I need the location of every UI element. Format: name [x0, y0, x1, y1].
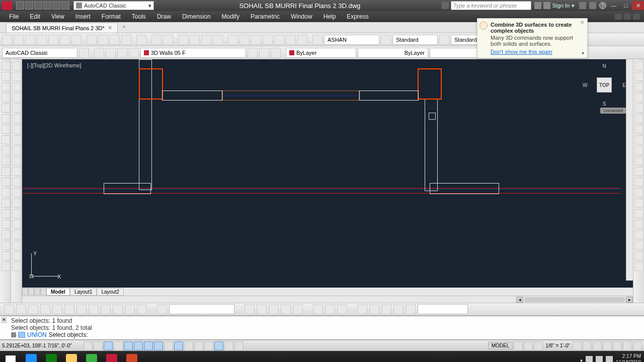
hidden-icon[interactable]	[257, 304, 267, 314]
quickview-drawings-icon[interactable]	[524, 341, 533, 350]
view-cube[interactable]: N S E W TOP Unnamed	[583, 63, 626, 107]
tab-next-icon[interactable]	[34, 288, 40, 295]
help-icon[interactable]: ?	[599, 2, 606, 9]
realistic-icon[interactable]	[269, 304, 279, 314]
copy-icon[interactable]	[98, 35, 108, 45]
qat-new-icon[interactable]	[16, 2, 24, 10]
cmd-customize-icon[interactable]	[11, 332, 16, 337]
trim-icon[interactable]	[634, 156, 643, 165]
new-icon[interactable]	[2, 35, 12, 45]
menu-modify[interactable]: Modify	[217, 12, 245, 21]
block-icon[interactable]	[1, 188, 10, 197]
anno-scale[interactable]: 1/8" = 1'-0"	[544, 343, 572, 348]
isolate-icon[interactable]	[613, 341, 622, 350]
tool-icon[interactable]	[12, 114, 21, 123]
scroll-right-icon[interactable]: ▸	[626, 297, 633, 303]
ucs-prev-icon[interactable]	[381, 304, 391, 314]
freeorbit-icon[interactable]	[325, 304, 335, 314]
mtext-icon[interactable]	[1, 251, 10, 260]
tool-icon[interactable]	[12, 262, 21, 271]
ucs-face-icon[interactable]	[393, 304, 404, 314]
right-icon[interactable]	[52, 304, 62, 314]
2dwire-icon[interactable]	[245, 304, 255, 314]
ws-switch-icon[interactable]	[593, 341, 602, 350]
region-icon[interactable]	[1, 230, 10, 239]
command-window[interactable]: ✕ Select objects: 1 found Select objects…	[0, 316, 644, 340]
shaded-icon[interactable]	[293, 304, 303, 314]
scroll-left-icon[interactable]: ◂	[516, 297, 523, 303]
tool-icon[interactable]	[12, 251, 21, 260]
taskbar-explorer[interactable]	[61, 352, 82, 362]
polygon-icon[interactable]	[1, 93, 10, 102]
ellipse-icon[interactable]	[1, 156, 10, 165]
customize-status-icon[interactable]	[633, 341, 642, 350]
workspace-selector[interactable]: AutoCAD Classic ▾	[73, 1, 154, 10]
conceptual-icon[interactable]	[281, 304, 291, 314]
tool-icon[interactable]	[12, 167, 21, 176]
doc-minimize-icon[interactable]	[615, 14, 622, 20]
tip-expand-icon[interactable]: ▾	[582, 50, 584, 56]
spline-icon[interactable]	[1, 146, 10, 155]
sheetset-icon[interactable]	[263, 35, 273, 45]
tip-link[interactable]: Don't show me this again	[491, 49, 583, 55]
textstyle-icon[interactable]	[312, 35, 323, 45]
menu-draw[interactable]: Draw	[152, 12, 176, 21]
quickview-layouts-icon[interactable]	[514, 341, 523, 350]
ellipsearc-icon[interactable]	[1, 167, 10, 176]
close-button[interactable]: ✕	[632, 1, 644, 10]
start-button[interactable]	[0, 352, 21, 362]
explode-icon[interactable]	[634, 220, 643, 229]
taskbar-clock[interactable]: 2:17 PM 11/18/2019	[616, 353, 641, 362]
nw-iso-icon[interactable]	[125, 304, 135, 314]
menu-help[interactable]: Help	[318, 12, 341, 21]
orbit-icon[interactable]	[313, 304, 323, 314]
markup-icon[interactable]	[274, 35, 284, 45]
gradient-icon[interactable]	[1, 220, 10, 229]
layermgr-icon[interactable]	[94, 48, 104, 58]
app-switch-icon[interactable]	[534, 2, 541, 9]
exchange-icon[interactable]	[579, 2, 586, 9]
dyn-icon[interactable]	[174, 341, 183, 350]
preview-icon[interactable]	[48, 35, 58, 45]
annoauto-icon[interactable]	[583, 341, 592, 350]
tool-icon[interactable]	[12, 209, 21, 218]
undo-icon[interactable]	[151, 35, 162, 45]
lwt-icon[interactable]	[184, 341, 193, 350]
3dosnap-icon[interactable]	[144, 341, 153, 350]
tb-icon[interactable]	[234, 341, 244, 350]
annovis-icon[interactable]	[573, 341, 582, 350]
tray-network-icon[interactable]	[596, 356, 603, 362]
designcenter-icon[interactable]	[239, 35, 250, 45]
copy2-icon[interactable]	[634, 72, 643, 81]
bottom-icon[interactable]	[28, 304, 38, 314]
cut-icon[interactable]	[87, 35, 97, 45]
account-area[interactable]: Sign In ▾	[534, 2, 575, 9]
top-icon[interactable]	[16, 304, 26, 314]
zoom-realtime-icon[interactable]	[190, 35, 200, 45]
addselected-icon[interactable]	[1, 262, 10, 271]
tip-close-icon[interactable]: ✕	[579, 20, 585, 26]
cmd-close-icon[interactable]: ✕	[1, 317, 7, 323]
tool-icon[interactable]	[12, 177, 21, 187]
am-icon[interactable]	[224, 341, 233, 350]
ucs-world-icon[interactable]	[369, 304, 379, 314]
table-icon[interactable]	[1, 241, 10, 250]
menu-insert[interactable]: Insert	[70, 12, 96, 21]
break-icon[interactable]	[634, 177, 643, 187]
back-icon[interactable]	[76, 304, 87, 314]
tool-icon[interactable]	[12, 135, 21, 144]
tool-icon[interactable]	[12, 220, 21, 229]
cmd-prompt[interactable]: UNION Select objects:	[2, 331, 642, 338]
hardware-icon[interactable]	[603, 341, 612, 350]
scroll-thumb[interactable]	[524, 297, 625, 302]
offset-icon[interactable]	[634, 93, 643, 102]
viewcube-face[interactable]: TOP	[597, 77, 612, 93]
camera-icon[interactable]	[137, 304, 147, 314]
hatch-icon[interactable]	[1, 209, 10, 218]
layerlock-icon[interactable]	[129, 48, 139, 58]
tab-prev-icon[interactable]	[28, 288, 34, 295]
signin-label[interactable]: Sign In	[552, 3, 570, 9]
extend-icon[interactable]	[634, 167, 643, 176]
tool-icon[interactable]	[12, 241, 21, 250]
revcloud-icon[interactable]	[1, 135, 10, 144]
